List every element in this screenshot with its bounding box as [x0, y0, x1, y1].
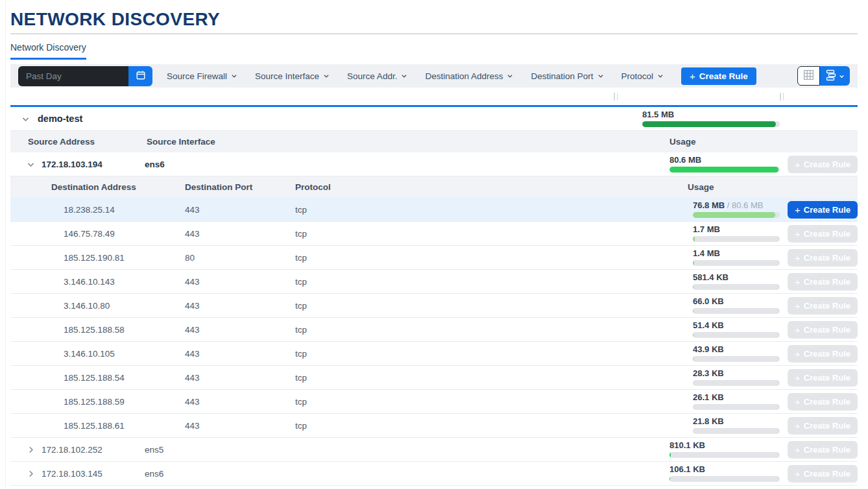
- usage-bar: [693, 212, 780, 218]
- destination-port: 443: [185, 270, 295, 293]
- chevron-right-icon[interactable]: [10, 438, 42, 461]
- destination-row[interactable]: 3.146.10.143 443 tcp 581.4 KB +Create Ru…: [10, 270, 858, 294]
- destination-port: 443: [185, 222, 295, 245]
- panel-left-border: [5, 0, 6, 489]
- usage-cell: 66.0 KB: [693, 294, 780, 317]
- destination-row[interactable]: 185.125.188.58 443 tcp 51.4 KB +Create R…: [10, 318, 858, 342]
- plus-icon: +: [690, 71, 695, 81]
- chevron-down-icon: [839, 71, 845, 81]
- filter-source-addr[interactable]: Source Addr.: [347, 71, 407, 81]
- grid-view-button[interactable]: [797, 66, 820, 86]
- create-rule-row-button: +Create Rule: [788, 369, 858, 387]
- column-resize-handle[interactable]: [780, 93, 784, 101]
- tree-view-icon: [825, 69, 837, 83]
- usage-cell: 581.4 KB: [693, 270, 780, 293]
- usage-value: 810.1 KB: [669, 441, 780, 450]
- calendar-button[interactable]: [128, 66, 152, 86]
- destination-row[interactable]: 185.125.188.54 443 tcp 28.3 KB +Create R…: [10, 366, 858, 390]
- plus-icon: +: [795, 253, 801, 263]
- chevron-down-icon[interactable]: [10, 107, 38, 130]
- grid-view-icon: [803, 69, 814, 82]
- usage-cell: 21.8 KB: [693, 414, 780, 437]
- destination-port: 80: [185, 246, 295, 269]
- usage-total: / 80.6 MB: [725, 200, 763, 210]
- source-row[interactable]: 172.18.103.194 ens6 80.6 MB +Create Rule: [10, 152, 858, 176]
- usage-value: 80.6 MB: [669, 156, 780, 165]
- source-address: 172.18.102.252: [42, 438, 145, 461]
- destination-address: 3.146.10.105: [10, 342, 185, 365]
- create-rule-row-button[interactable]: +Create Rule: [788, 201, 858, 219]
- destination-port: 443: [185, 342, 295, 365]
- plus-icon: +: [795, 373, 801, 383]
- plus-icon: +: [795, 301, 801, 311]
- chevron-down-icon: [401, 71, 407, 81]
- destination-row[interactable]: 185.125.190.81 80 tcp 1.4 MB +Create Rul…: [10, 246, 858, 270]
- usage-value: 81.5 MB: [642, 110, 780, 119]
- usage-bar: [642, 121, 780, 127]
- tree-view-button[interactable]: [820, 66, 850, 86]
- destination-port: 443: [185, 318, 295, 341]
- usage-bar: [669, 167, 780, 173]
- destination-row[interactable]: 3.146.10.80 443 tcp 66.0 KB +Create Rule: [10, 294, 858, 318]
- filter-source-interface[interactable]: Source Interface: [255, 71, 330, 81]
- destination-row[interactable]: 3.146.10.105 443 tcp 43.9 KB +Create Rul…: [10, 342, 858, 366]
- usage-cell: 28.3 KB: [693, 366, 780, 389]
- destination-row[interactable]: 146.75.78.49 443 tcp 1.7 MB +Create Rule: [10, 222, 858, 246]
- usage-cell: 43.9 KB: [693, 342, 780, 365]
- usage-value: 581.4 KB: [693, 273, 780, 282]
- group-row[interactable]: demo-test 81.5 MB: [10, 107, 858, 131]
- protocol: tcp: [295, 366, 693, 389]
- column-resize-handle[interactable]: [614, 93, 618, 101]
- plus-icon: +: [795, 397, 801, 407]
- usage-cell: 26.1 KB: [693, 390, 780, 413]
- usage-value: 66.0 KB: [693, 297, 780, 306]
- usage-bar: [693, 380, 780, 386]
- destination-address: 3.146.10.143: [10, 270, 185, 293]
- tab-network-discovery[interactable]: Network Discovery: [10, 42, 86, 60]
- usage-value: 51.4 KB: [693, 321, 780, 330]
- destination-address: 3.146.10.80: [10, 294, 185, 317]
- page-title: NETWORK DISCOVERY: [10, 8, 858, 30]
- date-range-input[interactable]: Past Day: [18, 66, 128, 86]
- filter-destination-address[interactable]: Destination Address: [425, 71, 513, 81]
- destination-address: 18.238.25.14: [10, 198, 185, 221]
- source-interface: ens5: [145, 438, 669, 461]
- usage-cell: 1.4 MB: [693, 246, 780, 269]
- destination-row[interactable]: 185.125.188.61 443 tcp 21.8 KB +Create R…: [10, 414, 858, 438]
- destination-row[interactable]: 18.238.25.14 443 tcp 76.8 MB / 80.6 MB +…: [10, 198, 858, 222]
- source-row[interactable]: 172.18.102.252 ens5 810.1 KB +Create Rul…: [10, 438, 858, 462]
- network-discovery-page: NETWORK DISCOVERY Network Discovery Past…: [10, 8, 858, 486]
- protocol: tcp: [295, 270, 693, 293]
- usage-cell: 51.4 KB: [693, 318, 780, 341]
- protocol: tcp: [295, 414, 693, 437]
- destination-header-row: Destination Address Destination Port Pro…: [10, 176, 858, 198]
- chevron-right-icon[interactable]: [10, 462, 42, 485]
- calendar-icon: [136, 70, 146, 82]
- usage-bar: [669, 476, 780, 482]
- filter-protocol[interactable]: Protocol: [621, 71, 664, 81]
- create-rule-button[interactable]: + Create Rule: [681, 67, 756, 85]
- source-row[interactable]: 172.18.103.145 ens6 106.1 KB +Create Rul…: [10, 462, 858, 486]
- date-range-picker: Past Day: [18, 66, 152, 86]
- chevron-down-icon: [657, 71, 664, 81]
- filter-destination-port[interactable]: Destination Port: [531, 71, 603, 81]
- chevron-down-icon[interactable]: [10, 152, 42, 176]
- destination-row[interactable]: 185.125.188.59 443 tcp 26.1 KB +Create R…: [10, 390, 858, 414]
- usage-bar: [693, 332, 780, 338]
- usage-cell: 76.8 MB / 80.6 MB: [693, 198, 780, 221]
- source-address: 172.18.103.145: [42, 462, 145, 485]
- create-rule-row-button: +Create Rule: [788, 345, 858, 363]
- create-rule-row-button: +Create Rule: [788, 273, 858, 291]
- chevron-down-icon: [597, 71, 604, 81]
- toolbar: Past Day Source Firewall Source Inter: [10, 64, 858, 88]
- column-header-destination-port: Destination Port: [185, 176, 295, 198]
- column-header-usage: Usage: [669, 131, 858, 152]
- filter-source-firewall[interactable]: Source Firewall: [167, 71, 237, 81]
- usage-bar: [669, 452, 780, 458]
- destination-address: 185.125.188.54: [10, 366, 185, 389]
- plus-icon: +: [795, 160, 801, 169]
- column-header-source-address: Source Address: [10, 131, 147, 152]
- destination-address: 185.125.188.61: [10, 414, 185, 437]
- filter-bar: Source Firewall Source Interface Source …: [167, 71, 681, 81]
- usage-value: 106.1 KB: [669, 465, 780, 474]
